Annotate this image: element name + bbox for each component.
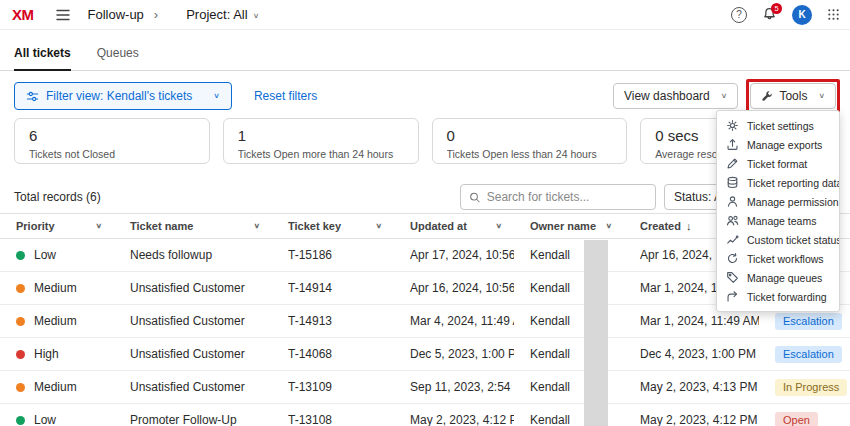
wrench-icon bbox=[761, 90, 773, 102]
stat-label: Tickets Open less than 24 hours bbox=[447, 148, 613, 160]
column-header-ticket-name[interactable]: Ticket name∨ bbox=[114, 214, 272, 238]
pencil-icon bbox=[726, 157, 739, 170]
chevron-down-icon: ∨ bbox=[253, 222, 260, 230]
priority-dot bbox=[16, 251, 25, 260]
status-badge: Open bbox=[775, 412, 818, 426]
menu-item-ticket-settings[interactable]: Ticket settings bbox=[717, 116, 839, 135]
ticket-key-cell: T-14914 bbox=[272, 281, 394, 295]
column-header-updated-at[interactable]: Updated at∨ bbox=[394, 214, 514, 238]
ticket-name-cell: Unsatisfied Customer bbox=[114, 314, 272, 328]
people-icon bbox=[726, 214, 739, 227]
stat-card-open-more-24h: 1 Tickets Open more than 24 hours bbox=[223, 118, 419, 164]
priority-dot bbox=[16, 284, 25, 293]
tab-queues[interactable]: Queues bbox=[97, 46, 139, 70]
ticket-name-cell: Needs followup bbox=[114, 248, 272, 262]
notifications-button[interactable]: 5 bbox=[762, 7, 777, 22]
database-icon bbox=[726, 176, 739, 189]
status-badge: Escalation bbox=[775, 346, 842, 363]
ticket-key-cell: T-13109 bbox=[272, 380, 394, 394]
updated-at-cell: May 2, 2023, 4:12 PM bbox=[394, 413, 514, 426]
updated-at-cell: Apr 17, 2024, 10:56 AM bbox=[394, 248, 514, 262]
chevron-down-icon: ∨ bbox=[721, 92, 728, 100]
view-dashboard-button[interactable]: View dashboard ∨ bbox=[613, 83, 738, 109]
table-row[interactable]: Low Promoter Follow-Up T-13108 May 2, 20… bbox=[0, 404, 850, 426]
stat-label: Tickets Open more than 24 hours bbox=[238, 148, 404, 160]
chevron-down-icon: ∨ bbox=[495, 222, 502, 230]
updated-at-cell: Apr 16, 2024, 10:56 AM bbox=[394, 281, 514, 295]
priority-dot bbox=[16, 350, 25, 359]
priority-cell: Medium bbox=[0, 380, 114, 394]
xm-logo: XM bbox=[12, 6, 34, 23]
column-header-ticket-key[interactable]: Ticket key∨ bbox=[272, 214, 394, 238]
avatar[interactable]: K bbox=[792, 5, 812, 25]
tools-label: Tools bbox=[779, 89, 807, 103]
ticket-key-cell: T-15186 bbox=[272, 248, 394, 262]
menu-item-manage-teams[interactable]: Manage teams bbox=[717, 211, 839, 230]
status-flow-icon bbox=[726, 233, 739, 246]
menu-item-manage-permissions[interactable]: Manage permissions bbox=[717, 192, 839, 211]
status-badge: In Progress bbox=[775, 379, 847, 396]
ticket-key-cell: T-14913 bbox=[272, 314, 394, 328]
menu-item-ticket-reporting-datasets[interactable]: Ticket reporting datasets bbox=[717, 173, 839, 192]
stat-value: 6 bbox=[29, 127, 195, 144]
export-icon bbox=[726, 138, 739, 151]
topbar-actions: ? 5 K bbox=[731, 5, 840, 25]
search-box bbox=[460, 184, 656, 210]
tag-icon bbox=[726, 271, 739, 284]
help-button[interactable]: ? bbox=[731, 7, 747, 23]
app-window: XM Follow-up › Project: All∨ ? 5 K All t… bbox=[0, 0, 850, 426]
apps-grid-icon[interactable] bbox=[827, 8, 840, 21]
search-input[interactable] bbox=[487, 190, 647, 204]
stat-label: Tickets not Closed bbox=[29, 148, 195, 160]
breadcrumb-separator-icon: › bbox=[154, 7, 158, 22]
notification-badge: 5 bbox=[771, 3, 782, 14]
chevron-down-icon: ∨ bbox=[95, 222, 102, 230]
table-row[interactable]: Medium Unsatisfied Customer T-13109 Sep … bbox=[0, 371, 850, 404]
ticket-key-cell: T-13108 bbox=[272, 413, 394, 426]
status-cell: Open bbox=[759, 412, 850, 426]
chevron-down-icon: ∨ bbox=[818, 92, 825, 100]
project-selector[interactable]: Project: All∨ bbox=[186, 7, 259, 22]
filter-row-actions: View dashboard ∨ Tools ∨ bbox=[613, 79, 840, 113]
tools-menu: Ticket settings Manage exports Ticket fo… bbox=[716, 110, 840, 312]
priority-cell: Low bbox=[0, 413, 114, 426]
filter-icon bbox=[26, 90, 39, 103]
tools-button[interactable]: Tools ∨ bbox=[750, 83, 836, 109]
menu-item-ticket-format[interactable]: Ticket format bbox=[717, 154, 839, 173]
filter-view-label: Filter view: Kendall's tickets bbox=[46, 89, 192, 103]
menu-item-manage-exports[interactable]: Manage exports bbox=[717, 135, 839, 154]
gear-icon bbox=[726, 119, 739, 132]
breadcrumb-app: Follow-up bbox=[88, 7, 144, 22]
created-cell: Mar 1, 2024, 11:49 AM bbox=[624, 314, 759, 328]
updated-at-cell: Sep 11, 2023, 2:54 PM bbox=[394, 380, 514, 394]
updated-at-cell: Mar 4, 2024, 11:49 AM bbox=[394, 314, 514, 328]
filter-row: Filter view: Kendall's tickets ∨ Reset f… bbox=[0, 82, 850, 110]
reset-filters-link[interactable]: Reset filters bbox=[254, 89, 317, 103]
table-scrollbar[interactable] bbox=[584, 240, 608, 426]
menu-item-ticket-workflows[interactable]: Ticket workflows bbox=[717, 249, 839, 268]
chevron-down-icon: ∨ bbox=[375, 222, 382, 230]
ticket-key-cell: T-14068 bbox=[272, 347, 394, 361]
menu-item-manage-queues[interactable]: Manage queues bbox=[717, 268, 839, 287]
tab-all-tickets[interactable]: All tickets bbox=[14, 46, 71, 71]
column-header-priority[interactable]: Priority∨ bbox=[0, 214, 114, 238]
view-dashboard-label: View dashboard bbox=[624, 89, 710, 103]
tab-bar: All tickets Queues bbox=[0, 46, 850, 71]
created-cell: May 2, 2023, 4:12 PM bbox=[624, 413, 759, 426]
column-header-owner-name[interactable]: Owner name∨ bbox=[514, 214, 624, 238]
status-cell: In Progress bbox=[759, 379, 850, 396]
hamburger-menu-icon[interactable] bbox=[56, 9, 70, 21]
sort-desc-icon: ↓ bbox=[686, 220, 692, 232]
priority-dot bbox=[16, 317, 25, 326]
status-cell: Escalation bbox=[759, 346, 850, 363]
menu-item-ticket-forwarding[interactable]: Ticket forwarding bbox=[717, 287, 839, 306]
filter-view-button[interactable]: Filter view: Kendall's tickets ∨ bbox=[14, 82, 232, 110]
table-row[interactable]: High Unsatisfied Customer T-14068 Dec 5,… bbox=[0, 338, 850, 371]
stat-card-not-closed: 6 Tickets not Closed bbox=[14, 118, 210, 164]
priority-cell: Medium bbox=[0, 314, 114, 328]
project-selector-label: Project: All bbox=[186, 7, 247, 22]
priority-dot bbox=[16, 383, 25, 392]
person-icon bbox=[726, 195, 739, 208]
stat-value: 1 bbox=[238, 127, 404, 144]
menu-item-custom-ticket-status[interactable]: Custom ticket status bbox=[717, 230, 839, 249]
